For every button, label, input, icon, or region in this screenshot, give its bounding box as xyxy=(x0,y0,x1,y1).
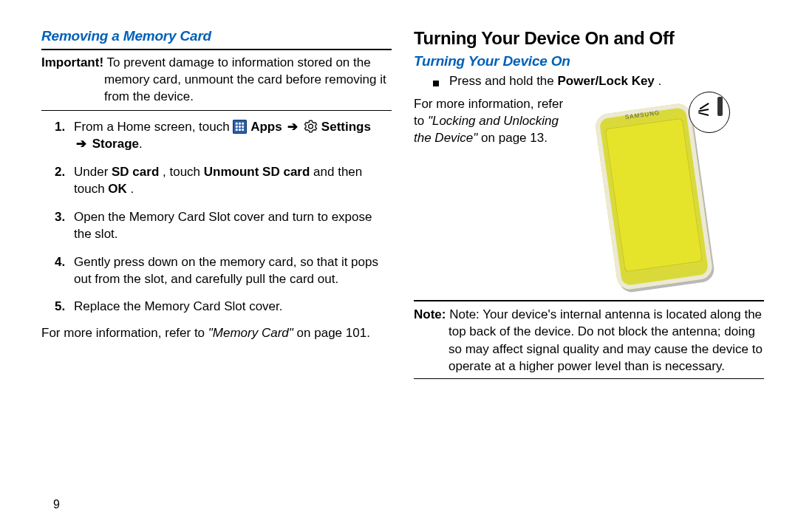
step-4: 4. Gently press down on the memory card,… xyxy=(41,253,392,288)
ref-post: on page 13. xyxy=(481,131,548,145)
divider xyxy=(414,300,764,301)
ref-and-figure: For more information, refer to "Locking … xyxy=(414,96,764,288)
settings-icon xyxy=(304,119,318,133)
sd-card-label: SD card xyxy=(112,165,159,179)
note-label: Note: xyxy=(414,307,446,321)
cross-reference: For more information, refer to "Locking … xyxy=(414,96,569,147)
device-brand: SAMSUNG xyxy=(594,105,690,125)
step-number: 2. xyxy=(55,163,65,180)
bullet-text: Press and hold the Power/Lock Key . xyxy=(449,74,661,89)
step-text: , touch xyxy=(163,165,204,179)
note-text: Note: Your device's internal antenna is … xyxy=(449,307,763,373)
step-text: . xyxy=(131,182,134,196)
storage-label: Storage xyxy=(92,137,139,151)
step-2: 2. Under SD card , touch Unmount SD card… xyxy=(41,163,392,198)
section-heading-power-on: Turning Your Device On xyxy=(414,53,764,69)
cross-reference: For more information, refer to "Memory C… xyxy=(41,326,392,341)
ref-post: on page 101. xyxy=(297,326,370,340)
page-number: 9 xyxy=(53,498,60,511)
step-5: 5. Replace the Memory Card Slot cover. xyxy=(41,298,392,315)
bullet-post: . xyxy=(658,74,662,88)
power-key-label: Power/Lock Key xyxy=(557,74,654,88)
apps-icon xyxy=(233,120,247,134)
step-text: From a Home screen, touch xyxy=(74,120,233,134)
apps-label: Apps xyxy=(250,120,282,134)
divider xyxy=(414,378,764,379)
steps-list: 1. From a Home screen, touch Apps ➔ Sett… xyxy=(41,118,392,316)
note-block: Note: Note: Your device's internal anten… xyxy=(414,306,764,375)
section-heading-remove-card: Removing a Memory Card xyxy=(41,28,392,44)
step-3: 3. Open the Memory Card Slot cover and t… xyxy=(41,208,392,243)
step-number: 3. xyxy=(55,208,65,225)
divider xyxy=(41,110,392,111)
square-bullet-icon xyxy=(433,81,439,86)
settings-label: Settings xyxy=(321,120,371,134)
step-text: Gently press down on the memory card, so… xyxy=(74,255,378,286)
device-illustration: SAMSUNG xyxy=(579,96,727,288)
step-number: 5. xyxy=(55,298,65,315)
main-heading-power: Turning Your Device On and Off xyxy=(414,28,764,49)
arrow-icon: ➔ xyxy=(285,120,304,134)
manual-page: Removing a Memory Card Important! To pre… xyxy=(0,0,798,532)
power-button-icon xyxy=(717,97,723,116)
arrow-icon: ➔ xyxy=(74,137,92,151)
step-1: 1. From a Home screen, touch Apps ➔ Sett… xyxy=(41,118,392,153)
step-text: Replace the Memory Card Slot cover. xyxy=(74,299,283,313)
unmount-label: Unmount SD card xyxy=(204,165,310,179)
ok-label: OK xyxy=(108,182,127,196)
power-button-callout xyxy=(689,92,730,133)
step-text: Under xyxy=(74,165,112,179)
bullet-pre: Press and hold the xyxy=(449,74,557,88)
left-column: Removing a Memory Card Important! To pre… xyxy=(41,28,392,508)
step-text: Open the Memory Card Slot cover and turn… xyxy=(74,210,372,241)
bullet-item: Press and hold the Power/Lock Key . xyxy=(414,74,764,89)
important-text: To prevent damage to information stored … xyxy=(104,55,386,103)
ref-link: "Memory Card" xyxy=(208,326,293,340)
phone-icon: SAMSUNG xyxy=(594,102,714,291)
step-number: 1. xyxy=(55,118,65,135)
important-block: Important! To prevent damage to informat… xyxy=(41,55,392,106)
ref-pre: For more information, refer to xyxy=(41,326,208,340)
right-column: Turning Your Device On and Off Turning Y… xyxy=(414,28,764,508)
important-label: Important! xyxy=(41,55,103,69)
divider xyxy=(41,49,392,50)
step-number: 4. xyxy=(55,253,65,270)
